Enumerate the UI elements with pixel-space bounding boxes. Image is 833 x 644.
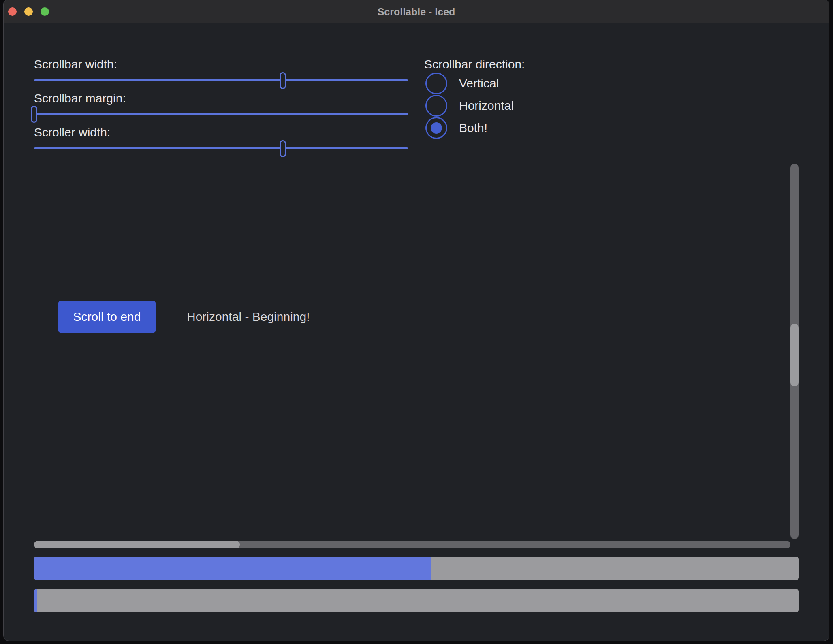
horizontal-progress-bar: [34, 557, 799, 580]
radio-icon: [425, 95, 447, 117]
horizontal-scrollbar-thumb[interactable]: [34, 541, 240, 548]
scrollbar-margin-label: Scrollbar margin:: [34, 90, 126, 107]
vertical-progress-bar: [34, 589, 799, 612]
radio-dot-icon: [431, 122, 442, 134]
slider-handle[interactable]: [31, 106, 37, 123]
window-title: Scrollable - Iced: [4, 0, 829, 23]
slider-track[interactable]: [34, 79, 408, 81]
radio-icon: [425, 117, 447, 139]
radio-option-horizontal[interactable]: Horizontal: [425, 94, 514, 117]
scrollbar-width-label: Scrollbar width:: [34, 56, 117, 73]
radio-option-label: Horizontal: [459, 99, 514, 113]
radio-option-vertical[interactable]: Vertical: [425, 72, 514, 94]
radio-option-both[interactable]: Both!: [425, 117, 514, 139]
scroll-status-text: Horizontal - Beginning!: [187, 301, 310, 333]
scrollbar-direction-label: Scrollbar direction:: [424, 56, 525, 73]
slider-handle[interactable]: [280, 72, 286, 89]
scroll-to-end-button[interactable]: Scroll to end: [58, 301, 156, 333]
vertical-progress-fill: [34, 589, 37, 612]
desktop: { "window": { "title": "Scrollable - Ice…: [0, 0, 833, 644]
app-window: Scrollable - Iced Scrollbar width: Scrol…: [3, 0, 829, 641]
titlebar[interactable]: Scrollable - Iced: [4, 0, 829, 23]
horizontal-progress-fill: [34, 557, 431, 580]
scroller-width-label: Scroller width:: [34, 124, 110, 141]
scrollbar-margin-slider[interactable]: [34, 105, 408, 123]
radio-option-label: Vertical: [459, 77, 499, 90]
vertical-scrollbar-track[interactable]: [790, 164, 799, 539]
slider-track[interactable]: [34, 113, 408, 115]
vertical-scrollbar-thumb[interactable]: [790, 324, 799, 386]
slider-handle[interactable]: [280, 140, 286, 157]
horizontal-scrollbar-track[interactable]: [34, 541, 790, 548]
radio-option-label: Both!: [459, 121, 487, 135]
scroller-width-slider[interactable]: [34, 140, 408, 157]
radio-icon: [425, 73, 447, 94]
scrollbar-width-slider[interactable]: [34, 72, 408, 89]
slider-track[interactable]: [34, 147, 408, 149]
scrollbar-direction-group: Vertical Horizontal Both!: [425, 72, 514, 139]
